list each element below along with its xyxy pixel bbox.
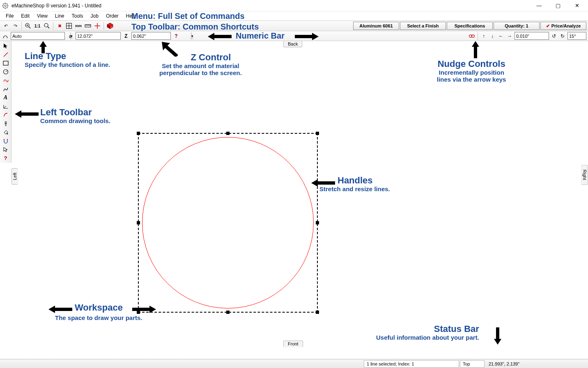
help-icon[interactable]: ?	[172, 32, 180, 40]
separator	[478, 32, 478, 40]
annotation-title: Workspace	[75, 303, 123, 313]
menu-order[interactable]: Order	[103, 12, 122, 20]
svg-marker-51	[132, 306, 156, 313]
annotation-sub: Incrementally position	[437, 69, 506, 76]
menu-edit[interactable]: Edit	[18, 12, 33, 20]
svg-line-11	[29, 27, 30, 28]
select-icon[interactable]	[1, 42, 10, 50]
pan-icon[interactable]	[1, 119, 10, 128]
circle-shape[interactable]	[142, 137, 314, 309]
annotation-workspace: Workspace	[75, 303, 123, 313]
nudge-right-icon[interactable]: →	[506, 32, 513, 40]
specifications-button[interactable]: Specifications	[447, 22, 493, 30]
annotation-sub: Common drawing tools.	[40, 117, 110, 124]
price-analyze-button[interactable]: ✔ Price/Analyze	[540, 22, 586, 30]
maximize-button[interactable]: ▢	[549, 0, 567, 11]
dropdown-icon[interactable]: ▾	[191, 32, 193, 39]
magnet-icon[interactable]	[1, 137, 10, 145]
material-button[interactable]: Aluminum 6061	[353, 22, 399, 30]
menu-tools[interactable]: Tools	[69, 12, 87, 20]
resize-handle-w[interactable]	[137, 221, 140, 224]
annotation-title: Handles	[338, 176, 390, 185]
units-mm-icon[interactable]: mm	[74, 22, 83, 30]
svg-line-35	[6, 71, 7, 72]
annotation-title: Z Control	[180, 53, 242, 62]
rotate-ccw-icon[interactable]: ↺	[550, 32, 558, 40]
title-bar: eMachineShop ® version 1.941 - Untitled …	[0, 0, 588, 11]
line-icon[interactable]	[1, 50, 10, 59]
resize-handle-nw[interactable]	[137, 132, 140, 135]
diameter-combo[interactable]: ▾	[76, 32, 121, 40]
annotation-title: Nudge Controls	[437, 59, 506, 69]
redo-icon[interactable]: ↷	[11, 22, 19, 30]
link-icon[interactable]	[468, 32, 475, 40]
rotate-input[interactable]	[568, 32, 588, 39]
ruler-icon[interactable]	[84, 22, 92, 30]
circle-icon[interactable]	[1, 68, 10, 76]
view-tab-back[interactable]: Back	[283, 41, 302, 47]
minimize-button[interactable]: —	[530, 0, 549, 11]
numeric-bar: ▾ ⌀ ▾ Z ▾ ? ↑ ↓ ← → ▾ ↺ ↻	[0, 31, 588, 41]
arc-icon[interactable]	[1, 111, 10, 119]
text-icon[interactable]: A	[1, 94, 10, 102]
svg-rect-33	[3, 61, 8, 65]
line-type-combo[interactable]: ▾	[11, 32, 65, 40]
svg-marker-52	[472, 41, 479, 58]
spline-icon[interactable]	[1, 76, 10, 85]
annotation-sub: lines via the arrow keys	[437, 76, 506, 83]
resize-handle-s[interactable]	[226, 311, 230, 314]
annotation-left-toolbar: Left Toolbar Common drawing tools.	[40, 107, 110, 124]
menu-job[interactable]: Job	[87, 12, 102, 20]
resize-handle-e[interactable]	[316, 221, 319, 224]
nudge-combo[interactable]: ▾	[514, 32, 549, 40]
delete-icon[interactable]: ✖	[55, 22, 64, 30]
line-type-input[interactable]	[11, 32, 70, 39]
zoom-in-icon[interactable]	[24, 22, 32, 30]
status-coords: 21.993", 2.139"	[487, 361, 521, 366]
svg-line-9	[7, 3, 8, 4]
undo-icon[interactable]: ↶	[2, 22, 10, 30]
dimension-icon[interactable]	[1, 102, 10, 110]
quantity-button[interactable]: Quantity: 1	[494, 22, 540, 30]
cursor-icon[interactable]	[1, 145, 10, 153]
menu-view[interactable]: View	[34, 12, 51, 20]
view-tab-left[interactable]: Left	[11, 168, 18, 185]
view-tab-right[interactable]: Right	[582, 165, 588, 185]
finish-button[interactable]: Select a Finish	[400, 22, 446, 30]
annotation-status-bar: Status Bar Useful information about your…	[376, 324, 479, 341]
rotate-combo[interactable]	[567, 32, 586, 40]
menu-bar: File Edit View Line Tools Job Order Help	[0, 11, 588, 21]
grid-icon[interactable]	[65, 22, 73, 30]
arrow-left-icon	[15, 110, 39, 118]
crosshair-icon[interactable]	[93, 22, 101, 30]
rotate-cw-icon[interactable]: ↻	[559, 32, 566, 40]
zoom-100-icon[interactable]: 1:1	[33, 22, 41, 30]
svg-marker-53	[494, 327, 501, 345]
check-icon: ✔	[546, 23, 550, 29]
status-view: Top	[460, 360, 485, 368]
zoom-out-icon[interactable]	[43, 22, 51, 30]
resize-handle-n[interactable]	[226, 132, 230, 135]
3d-preview-icon[interactable]	[106, 22, 114, 30]
annotation-title: Status Bar	[409, 324, 479, 334]
resize-handle-ne[interactable]	[316, 132, 319, 135]
nudge-up-icon[interactable]: ↑	[480, 32, 487, 40]
svg-line-32	[4, 53, 8, 57]
nudge-left-icon[interactable]: ←	[497, 32, 505, 40]
z-combo[interactable]: ▾	[131, 32, 171, 40]
arrow-left-icon	[208, 32, 232, 41]
menu-file[interactable]: File	[2, 12, 17, 20]
close-button[interactable]: ✕	[567, 0, 586, 11]
svg-line-8	[3, 7, 4, 8]
z-input[interactable]	[132, 32, 191, 39]
nudge-down-icon[interactable]: ↓	[489, 32, 496, 40]
resize-handle-se[interactable]	[316, 311, 319, 314]
separator	[53, 22, 53, 30]
fill-icon[interactable]	[1, 128, 10, 136]
help-icon[interactable]: ?	[1, 154, 10, 162]
view-tab-front[interactable]: Front	[283, 341, 303, 347]
rectangle-icon[interactable]	[1, 59, 10, 67]
svg-line-7	[7, 7, 8, 8]
freehand-icon[interactable]	[1, 85, 10, 93]
menu-line[interactable]: Line	[52, 12, 68, 20]
